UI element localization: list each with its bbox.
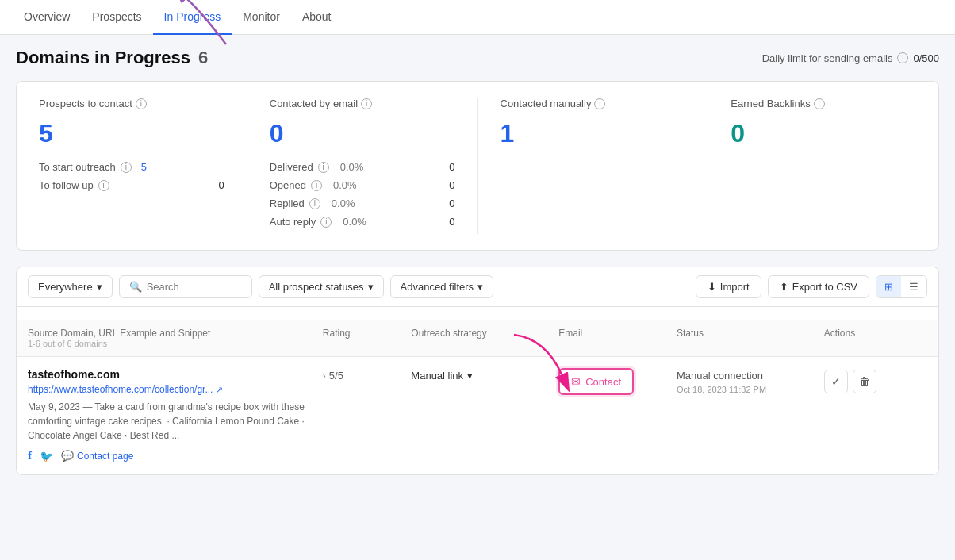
contact-page-label: Contact page	[77, 451, 133, 462]
location-label: Everywhere	[38, 281, 93, 293]
col-outreach: Outreach strategy	[411, 328, 558, 348]
nav-in-progress[interactable]: In Progress	[153, 0, 232, 35]
search-wrap: 🔍	[119, 275, 252, 298]
export-label: Export to CSV	[792, 281, 857, 293]
status-cell: Manual connection Oct 18, 2023 11:32 PM	[677, 368, 824, 394]
domain-url-link[interactable]: https://www.tasteofhome.com/collection/g…	[28, 384, 213, 395]
list-icon: ☰	[909, 281, 919, 293]
prospects-value: 5	[39, 119, 224, 148]
nav-overview[interactable]: Overview	[13, 0, 81, 35]
location-filter[interactable]: Everywhere ▾	[28, 275, 113, 298]
rating-cell: › 5/5	[323, 368, 412, 382]
stat-start-outreach: To start outreach i 5	[39, 161, 224, 173]
outreach-chevron-icon: ▾	[467, 370, 473, 382]
table-container: Everywhere ▾ 🔍 All prospect statuses ▾ A…	[16, 267, 939, 475]
col-actions: Actions	[824, 328, 927, 348]
nav-monitor[interactable]: Monitor	[232, 0, 291, 35]
outreach-label: Manual link	[411, 370, 463, 382]
twitter-icon[interactable]: 🐦	[40, 450, 53, 462]
backlinks-value: 0	[731, 119, 916, 148]
stat-auto-reply: Auto reply i 0.0% 0	[270, 216, 455, 228]
view-toggle: ⊞ ☰	[876, 275, 927, 298]
stat-manual-label: Contacted manually i	[501, 98, 686, 109]
filter-bar: Everywhere ▾ 🔍 All prospect statuses ▾ A…	[17, 267, 938, 307]
email-value: 0	[270, 119, 455, 148]
daily-limit-info-icon[interactable]: i	[897, 52, 908, 63]
grid-icon: ⊞	[884, 281, 893, 293]
page-title: Domains in Progress	[16, 48, 190, 68]
list-view-button[interactable]: ☰	[901, 276, 926, 297]
delivered-info[interactable]: i	[318, 162, 329, 173]
table-row: tasteofhome.com https://www.tasteofhome.…	[17, 357, 938, 474]
status-main: Manual connection	[677, 370, 824, 382]
export-icon: ⬆	[780, 281, 788, 293]
auto-reply-info[interactable]: i	[320, 217, 332, 228]
stat-prospects-label: Prospects to contact i	[39, 98, 224, 109]
stat-prospects-to-contact: Prospects to contact i 5 To start outrea…	[17, 98, 247, 234]
backlinks-info-icon[interactable]: i	[814, 98, 825, 109]
advanced-filters-button[interactable]: Advanced filters ▾	[390, 275, 494, 298]
stat-contacted-manually: Contacted manually i 1	[478, 98, 709, 234]
status-date: Oct 18, 2023 11:32 PM	[677, 385, 824, 394]
social-icons: f 🐦 💬 Contact page	[28, 449, 323, 462]
domain-snippet: May 9, 2023 — Take a card from grandma's…	[28, 400, 323, 443]
grid-view-button[interactable]: ⊞	[876, 276, 901, 297]
nav-about[interactable]: About	[291, 0, 343, 35]
outreach-cell[interactable]: Manual link ▾	[411, 368, 558, 382]
export-button[interactable]: ⬆ Export to CSV	[768, 275, 869, 298]
stat-replied: Replied i 0.0% 0	[270, 198, 455, 209]
main-nav: Overview Prospects In Progress Monitor A…	[13, 0, 342, 35]
start-outreach-info[interactable]: i	[121, 162, 132, 173]
domain-cell: tasteofhome.com https://www.tasteofhome.…	[28, 368, 323, 462]
status-label: All prospect statuses	[269, 281, 364, 293]
stat-contacted-by-email: Contacted by email i 0 Delivered i 0.0% …	[247, 98, 478, 234]
daily-limit-section: Daily limit for sending emails i 0/500	[762, 52, 939, 64]
contact-page-link[interactable]: 💬 Contact page	[61, 450, 133, 462]
stat-email-label: Contacted by email i	[270, 98, 455, 109]
facebook-icon[interactable]: f	[28, 449, 32, 462]
check-icon: ✓	[831, 375, 841, 388]
page-header: Domains in Progress 6 Daily limit for se…	[16, 48, 939, 68]
location-chevron-icon: ▾	[97, 281, 102, 293]
nav-prospects[interactable]: Prospects	[81, 0, 152, 35]
daily-limit-value: 0/500	[913, 52, 939, 64]
follow-up-info[interactable]: i	[98, 180, 109, 191]
stat-delivered: Delivered i 0.0% 0	[270, 161, 455, 173]
page-title-group: Domains in Progress 6	[16, 48, 208, 68]
domain-url: https://www.tasteofhome.com/collection/g…	[28, 384, 323, 395]
replied-info[interactable]: i	[309, 198, 320, 209]
stat-earned-backlinks: Earned Backlinks i 0	[708, 98, 938, 234]
prospects-info-icon[interactable]: i	[136, 98, 147, 109]
status-chevron-icon: ▾	[368, 281, 374, 293]
main-content: Domains in Progress 6 Daily limit for se…	[0, 35, 955, 488]
delete-button[interactable]: 🗑	[853, 370, 876, 393]
email-cell: ✉ Contact	[558, 368, 677, 395]
rating-value: 5/5	[329, 370, 343, 382]
import-button[interactable]: ⬇ Import	[696, 275, 761, 298]
approve-button[interactable]: ✓	[824, 370, 848, 393]
email-info-icon[interactable]: i	[361, 98, 372, 109]
col-status: Status	[677, 328, 824, 348]
domain-count: 6	[198, 48, 208, 68]
search-input[interactable]	[147, 281, 242, 293]
external-link-icon[interactable]: ↗	[216, 385, 223, 395]
col-email: Email	[558, 328, 677, 348]
search-icon: 🔍	[129, 281, 142, 293]
table-header: Source Domain, URL Example and Snippet 1…	[17, 320, 938, 357]
contact-button[interactable]: ✉ Contact	[558, 368, 634, 395]
chat-icon: 💬	[61, 450, 74, 462]
import-label: Import	[720, 281, 750, 293]
contact-label: Contact	[585, 376, 621, 388]
email-icon: ✉	[571, 375, 581, 388]
opened-info[interactable]: i	[311, 180, 322, 191]
stat-backlinks-label: Earned Backlinks i	[731, 98, 916, 109]
manual-value: 1	[501, 119, 686, 148]
stats-card: Prospects to contact i 5 To start outrea…	[16, 81, 939, 251]
advanced-label: Advanced filters	[401, 281, 474, 293]
status-filter[interactable]: All prospect statuses ▾	[259, 275, 384, 298]
advanced-chevron-icon: ▾	[477, 281, 483, 293]
manual-info-icon[interactable]: i	[594, 98, 605, 109]
import-icon: ⬇	[708, 281, 716, 293]
col-rating: Rating	[323, 328, 412, 348]
daily-limit-label: Daily limit for sending emails	[762, 52, 893, 64]
